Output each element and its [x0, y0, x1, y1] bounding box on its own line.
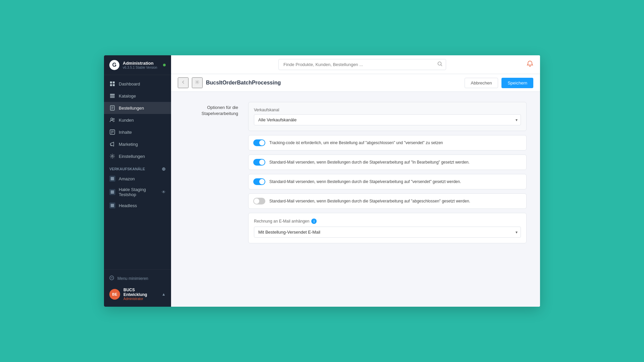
sidebar-item-label: Kunden: [119, 118, 134, 123]
channel-label: Hakle Staging Testshop: [119, 187, 158, 197]
verkaufskanal-card: Verkaufskanal Alle Verkaufskanäle ▾: [248, 102, 527, 131]
brand-info: Administration v6.3.5.1 Stable Version: [123, 61, 160, 70]
verkaufskanal-select[interactable]: Alle Verkaufskanäle: [254, 114, 521, 125]
minimize-icon: [109, 276, 114, 281]
eye-icon[interactable]: 👁: [162, 190, 166, 194]
sidebar-item-kunden[interactable]: Kunden: [104, 114, 171, 126]
app-logo: G: [109, 60, 119, 70]
sidebar-item-hakle[interactable]: Hakle Staging Testshop 👁: [104, 184, 171, 200]
sidebar-bottom: Menu minimieren BE BUCS Entwicklung Admi…: [104, 269, 171, 307]
inhalte-icon: [109, 129, 115, 135]
sidebar-item-label: Marketing: [119, 142, 138, 147]
toggle-row-1: Tracking-code ist erforderlich, um eine …: [248, 135, 527, 150]
sidebar-nav: Dashboard Kataloge Bestellungen Kunden: [104, 75, 171, 269]
svg-rect-20: [111, 204, 114, 207]
page-header: BucsItOrderBatchProcessing Abbrechen Spe…: [171, 74, 540, 92]
svg-point-25: [197, 81, 198, 83]
einstellungen-icon: [109, 153, 115, 159]
user-role: Administrator: [123, 297, 158, 301]
sidebar-item-dashboard[interactable]: Dashboard: [104, 78, 171, 90]
sidebar-item-label: Kataloge: [119, 94, 136, 99]
invoice-section: Rechnung an E-Mail anhängen i Mit Bestel…: [248, 213, 527, 243]
amazon-icon: [109, 176, 115, 182]
svg-line-24: [441, 65, 442, 66]
sidebar-item-label: Dashboard: [119, 81, 140, 86]
topbar: [171, 55, 540, 74]
invoice-label-row: Rechnung an E-Mail anhängen i: [254, 219, 521, 224]
sidebar: G Administration v6.3.5.1 Stable Version…: [104, 55, 171, 307]
toggle-1[interactable]: [253, 139, 265, 146]
search-icon[interactable]: [437, 61, 443, 68]
verkaufskanal-select-wrapper: Alle Verkaufskanäle ▾: [254, 114, 521, 125]
invoice-label: Rechnung an E-Mail anhängen: [254, 219, 309, 224]
hakle-icon: [109, 189, 115, 195]
svg-rect-3: [113, 84, 115, 86]
svg-point-11: [111, 118, 113, 120]
user-name: BUCS Entwicklung: [123, 288, 158, 297]
search-box: [278, 59, 446, 70]
marketing-icon: [109, 141, 115, 147]
toggle-4[interactable]: [253, 198, 265, 204]
toggle-3[interactable]: [253, 178, 265, 185]
svg-rect-4: [110, 94, 115, 95]
kataloge-icon: [109, 93, 115, 99]
page-header-left: BucsItOrderBatchProcessing: [178, 77, 281, 88]
svg-rect-1: [113, 81, 115, 83]
toggle-label-2: Standard-Mail versenden, wenn Bestellung…: [269, 160, 470, 165]
settings-button[interactable]: [192, 77, 203, 88]
toggle-label-1: Tracking-code ist erforderlich, um eine …: [269, 140, 443, 146]
svg-rect-5: [110, 96, 115, 97]
dashboard-icon: [109, 81, 115, 87]
minimize-menu-button[interactable]: Menu minimieren: [104, 273, 171, 284]
sidebar-item-marketing[interactable]: Marketing: [104, 138, 171, 150]
svg-rect-19: [111, 190, 114, 194]
toggle-row-2: Standard-Mail versenden, wenn Bestellung…: [248, 155, 527, 170]
notification-bell[interactable]: [527, 60, 533, 69]
user-info: BUCS Entwicklung Administrator: [123, 288, 158, 301]
sidebar-item-kataloge[interactable]: Kataloge: [104, 90, 171, 102]
sidebar-item-headless[interactable]: Headless: [104, 200, 171, 211]
headless-icon: [109, 202, 115, 208]
invoice-select-wrapper: Mit Bestellung-Versendet E-Mail ▾: [254, 227, 521, 238]
cancel-button[interactable]: Abbrechen: [465, 78, 498, 88]
sidebar-item-bestellungen[interactable]: Bestellungen: [104, 102, 171, 114]
svg-rect-6: [110, 97, 115, 98]
section-label-line2: Stapelverarbeitung: [184, 111, 238, 117]
toggle-row-4: Standard-Mail versenden, wenn Bestellung…: [248, 193, 527, 209]
invoice-select[interactable]: Mit Bestellung-Versendet E-Mail: [254, 227, 521, 238]
form-area: Optionen für die Stapelverarbeitung Verk…: [171, 92, 540, 307]
sidebar-item-amazon[interactable]: Amazon: [104, 173, 171, 184]
chevron-up-icon: ▲: [162, 292, 166, 297]
sidebar-header: G Administration v6.3.5.1 Stable Version: [104, 55, 171, 75]
toggle-row-3: Standard-Mail versenden, wenn Bestellung…: [248, 174, 527, 189]
add-channel-icon[interactable]: ⊕: [162, 166, 166, 172]
form-section-label: Optionen für die Stapelverarbeitung: [184, 102, 238, 297]
back-button[interactable]: [178, 77, 189, 88]
info-icon[interactable]: i: [311, 219, 317, 224]
svg-rect-2: [110, 84, 112, 86]
svg-point-12: [113, 118, 114, 120]
verkaufskanale-label: Verkaufskanäle ⊕: [104, 162, 171, 173]
toggle-2[interactable]: [253, 159, 265, 166]
channel-label: Headless: [119, 203, 137, 208]
sidebar-item-einstellungen[interactable]: Einstellungen: [104, 150, 171, 162]
user-row[interactable]: BE BUCS Entwicklung Administrator ▲: [104, 284, 171, 304]
sidebar-item-inhalte[interactable]: Inhalte: [104, 126, 171, 138]
topbar-right: [527, 60, 533, 69]
page-header-actions: Abbrechen Speichern: [465, 78, 533, 88]
avatar: BE: [109, 289, 120, 300]
app-container: G Administration v6.3.5.1 Stable Version…: [104, 55, 540, 307]
bestellungen-icon: [109, 105, 115, 111]
page-title: BucsItOrderBatchProcessing: [206, 80, 281, 86]
brand-name: Administration: [123, 61, 160, 66]
svg-rect-0: [110, 81, 112, 83]
brand-version: v6.3.5.1 Stable Version: [123, 66, 160, 69]
search-input[interactable]: [278, 59, 446, 70]
sidebar-item-label: Bestellungen: [119, 106, 144, 111]
svg-point-17: [112, 156, 113, 157]
kunden-icon: [109, 117, 115, 123]
channel-label: Amazon: [119, 176, 135, 181]
save-button[interactable]: Speichern: [501, 78, 533, 88]
svg-rect-18: [111, 177, 114, 180]
toggle-label-4: Standard-Mail versenden, wenn Bestellung…: [269, 198, 470, 204]
